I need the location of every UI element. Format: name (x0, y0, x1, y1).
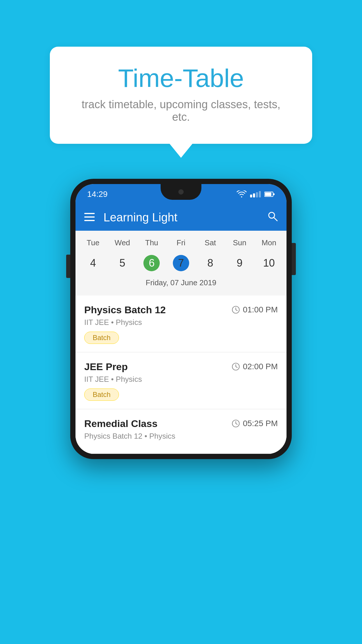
schedule-item-3[interactable]: Remedial Class 05:25 PM Physics Batch 12… (75, 409, 287, 454)
item-2-title: JEE Prep (84, 361, 128, 372)
status-time: 14:29 (87, 190, 108, 199)
date-10[interactable]: 10 (254, 252, 284, 274)
day-header-sat: Sat (196, 237, 225, 249)
svg-line-7 (274, 218, 277, 221)
item-2-time-text: 02:00 PM (243, 362, 278, 371)
item-1-time: 01:00 PM (232, 305, 278, 314)
svg-rect-5 (84, 220, 95, 221)
svg-line-13 (236, 367, 237, 368)
day-header-thu: Thu (137, 237, 166, 249)
item-3-time: 05:25 PM (232, 419, 278, 428)
item-3-time-text: 05:25 PM (243, 419, 278, 428)
day-header-mon: Mon (254, 237, 284, 249)
item-1-time-text: 01:00 PM (243, 305, 278, 314)
search-icon[interactable] (267, 211, 278, 224)
date-6-today[interactable]: 6 (137, 252, 166, 274)
date-8[interactable]: 8 (196, 252, 225, 274)
item-2-time: 02:00 PM (232, 362, 278, 371)
item-1-top-row: Physics Batch 12 01:00 PM (84, 304, 278, 316)
clock-icon-1 (232, 306, 240, 314)
schedule-item-2[interactable]: JEE Prep 02:00 PM IIT JEE • Physics Batc… (75, 352, 287, 409)
day-header-wed: Wed (108, 237, 137, 249)
day-headers: Tue Wed Thu Fri Sat Sun Mon (78, 237, 284, 249)
clock-icon-2 (232, 363, 240, 371)
item-2-badge: Batch (84, 388, 119, 401)
phone-mockup: 14:29 (70, 179, 292, 459)
item-3-top-row: Remedial Class 05:25 PM (84, 418, 278, 429)
app-bar: Learning Light (75, 204, 287, 231)
day-numbers: 4 5 6 7 8 9 10 (78, 252, 284, 274)
camera-dot (178, 189, 184, 195)
bubble-subtitle: track timetable, upcoming classes, tests… (73, 98, 289, 123)
schedule-list: Physics Batch 12 01:00 PM IIT JEE • Phys… (75, 295, 287, 454)
svg-rect-1 (265, 192, 271, 196)
date-9[interactable]: 9 (225, 252, 254, 274)
bubble-title: Time-Table (73, 64, 289, 92)
battery-icon (264, 191, 275, 197)
clock-icon-3 (232, 419, 240, 428)
day-header-fri: Fri (166, 237, 196, 249)
svg-rect-2 (273, 193, 275, 195)
item-1-title: Physics Batch 12 (84, 304, 166, 316)
item-1-badge: Batch (84, 332, 119, 344)
phone-outer: 14:29 (70, 179, 292, 459)
day-header-tue: Tue (78, 237, 108, 249)
schedule-item-1[interactable]: Physics Batch 12 01:00 PM IIT JEE • Phys… (75, 295, 287, 352)
svg-line-10 (236, 310, 237, 311)
calendar-strip: Tue Wed Thu Fri Sat Sun Mon 4 5 6 7 8 9 … (75, 231, 287, 295)
phone-screen: 14:29 (75, 184, 287, 454)
wifi-icon (237, 190, 247, 198)
svg-line-16 (236, 424, 237, 424)
date-7-selected[interactable]: 7 (166, 252, 196, 274)
status-bar: 14:29 (75, 184, 287, 204)
speech-bubble: Time-Table track timetable, upcoming cla… (50, 47, 312, 144)
date-4[interactable]: 4 (78, 252, 108, 274)
item-1-subtitle: IIT JEE • Physics (84, 318, 278, 327)
app-bar-title: Learning Light (103, 211, 267, 224)
notch (161, 184, 201, 200)
item-2-subtitle: IIT JEE • Physics (84, 375, 278, 384)
item-3-subtitle: Physics Batch 12 • Physics (84, 432, 278, 441)
svg-rect-4 (84, 216, 95, 218)
date-5[interactable]: 5 (108, 252, 137, 274)
day-header-sun: Sun (225, 237, 254, 249)
signal-icon (250, 191, 261, 197)
hamburger-icon[interactable] (84, 212, 95, 223)
status-icons (237, 190, 275, 198)
selected-date-label: Friday, 07 June 2019 (78, 274, 284, 293)
svg-rect-3 (84, 213, 95, 214)
item-2-top-row: JEE Prep 02:00 PM (84, 361, 278, 372)
item-3-title: Remedial Class (84, 418, 157, 429)
